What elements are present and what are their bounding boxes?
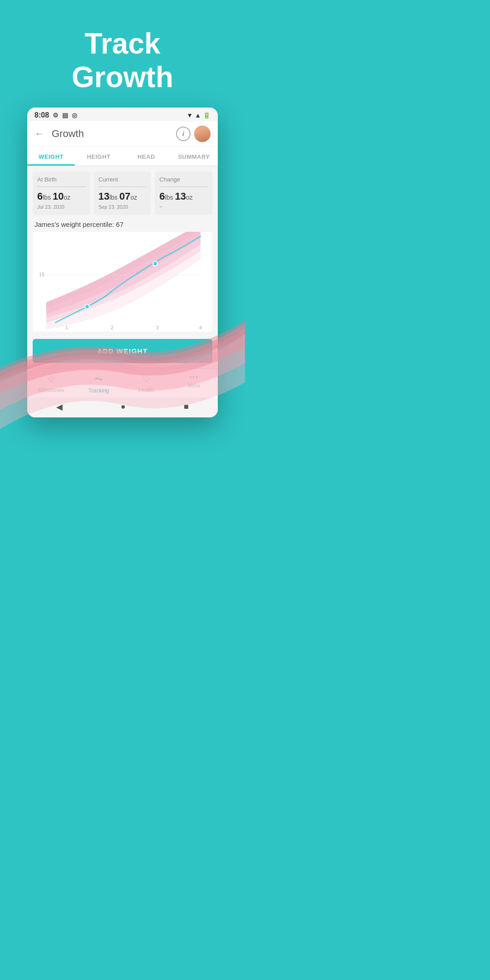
percentile-text: James's weight percentile: 67 <box>27 215 218 232</box>
status-time: 8:08 <box>34 111 49 119</box>
svg-text:1: 1 <box>65 325 68 330</box>
nav-label-milestones: Milestones <box>38 387 64 393</box>
star-icon: ☆ <box>47 373 56 385</box>
stat-card-current: Current 13lbs 07oz Sep 23, 2020 <box>94 172 152 215</box>
stat-card-birth: At Birth 6lbs 10oz Jul 23, 2020 <box>33 172 90 215</box>
growth-chart: 15 1 2 3 4 <box>33 232 212 332</box>
nav-label-more: More <box>188 382 200 389</box>
android-back-button[interactable]: ◀ <box>56 402 63 412</box>
battery-icon: 🔋 <box>203 112 211 119</box>
status-left: 8:08 ⚙ ▤ ◎ <box>34 111 77 119</box>
nav-item-tracking[interactable]: 〜 Tracking <box>75 373 122 394</box>
stat-date-current: Sep 23, 2020 <box>98 204 147 210</box>
app-header: ← Growth i <box>27 121 218 147</box>
app-title: Growth <box>52 128 176 140</box>
android-recent-button[interactable]: ■ <box>184 402 189 412</box>
more-icon: ••• <box>189 373 199 381</box>
heart-icon: ♡ <box>142 373 151 385</box>
stat-label-birth: At Birth <box>37 176 86 183</box>
nav-label-health: Health <box>138 387 154 393</box>
nav-item-health[interactable]: ♡ Health <box>122 373 170 394</box>
chart-inner: 15 1 2 3 4 <box>33 232 212 332</box>
phone-container: 8:08 ⚙ ▤ ◎ ▼ ▲ 🔋 ← Growth i <box>27 108 218 417</box>
svg-text:15: 15 <box>39 272 44 277</box>
svg-text:2: 2 <box>111 325 113 330</box>
svg-text:4: 4 <box>199 325 202 330</box>
tab-summary[interactable]: SUMMARY <box>170 147 218 166</box>
stat-date-birth: Jul 23, 2020 <box>37 204 86 210</box>
status-bar: 8:08 ⚙ ▤ ◎ ▼ ▲ 🔋 <box>27 108 218 121</box>
status-right: ▼ ▲ 🔋 <box>186 112 211 119</box>
hero-title: Track Growth <box>72 27 173 94</box>
tab-head[interactable]: HEAD <box>122 147 170 166</box>
hero-line1: Track <box>84 27 160 60</box>
main-wrapper: 8:08 ⚙ ▤ ◎ ▼ ▲ 🔋 ← Growth i <box>0 108 245 445</box>
stats-row: At Birth 6lbs 10oz Jul 23, 2020 Current … <box>27 166 218 215</box>
hero-section: Track Growth <box>0 0 245 108</box>
back-button[interactable]: ← <box>34 128 44 140</box>
svg-point-7 <box>153 261 157 266</box>
hero-line2: Growth <box>72 61 173 93</box>
stat-card-change: Change 6lbs 13oz ~ <box>155 172 212 215</box>
nav-item-more[interactable]: ••• More <box>170 373 218 394</box>
stat-date-change: ~ <box>159 204 208 210</box>
nav-label-tracking: Tracking <box>88 387 109 394</box>
tab-weight[interactable]: WEIGHT <box>27 147 75 166</box>
add-weight-button[interactable]: ADD WEIGHT <box>33 339 212 363</box>
tabs-bar: WEIGHT HEIGHT HEAD SUMMARY <box>27 147 218 166</box>
tracking-icon: 〜 <box>94 373 103 386</box>
info-button[interactable]: i <box>176 127 191 141</box>
nav-item-milestones[interactable]: ☆ Milestones <box>27 373 75 394</box>
bottom-nav: ☆ Milestones 〜 Tracking ♡ Health ••• Mor… <box>27 368 218 397</box>
avatar-image <box>194 126 211 142</box>
stat-divider <box>98 186 147 187</box>
stat-value-current: 13lbs 07oz <box>98 191 147 202</box>
android-nav-bar: ◀ ● ■ <box>27 397 218 417</box>
svg-point-6 <box>85 304 89 309</box>
tab-height[interactable]: HEIGHT <box>75 147 122 166</box>
wifi-icon: ▼ <box>186 112 193 119</box>
signal-icon: ▲ <box>195 112 201 119</box>
stat-label-current: Current <box>98 176 147 183</box>
android-home-button[interactable]: ● <box>121 402 126 412</box>
stat-divider <box>37 186 86 187</box>
stat-divider <box>159 186 208 187</box>
stat-value-birth: 6lbs 10oz <box>37 191 86 202</box>
avatar[interactable] <box>194 126 211 142</box>
header-icons: i <box>176 126 211 142</box>
stat-value-change: 6lbs 13oz <box>159 191 208 202</box>
gear-icon: ⚙ <box>53 112 59 119</box>
stat-label-change: Change <box>159 176 208 183</box>
chart-area: 15 1 2 3 4 <box>27 232 218 335</box>
circle-dot-icon: ◎ <box>72 112 77 119</box>
svg-text:3: 3 <box>156 325 159 330</box>
sim-icon: ▤ <box>62 112 68 119</box>
